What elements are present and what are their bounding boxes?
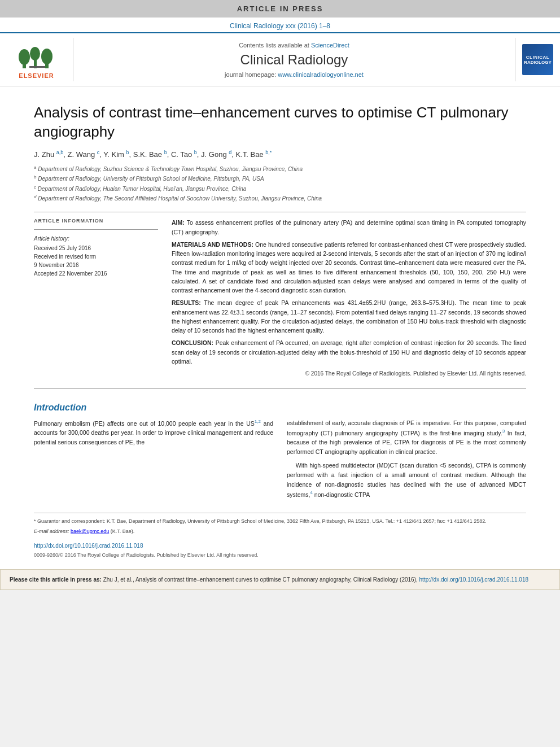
article-info-col: ARTICLE INFORMATION Article history: Rec… (34, 218, 158, 378)
article-title: Analysis of contrast time–enhancement cu… (34, 103, 526, 142)
doi-area: http://dx.doi.org/10.1016/j.crad.2016.11… (34, 540, 526, 550)
contents-line: Contents lists available at ScienceDirec… (239, 42, 349, 49)
journal-homepage-line: journal homepage: www.clinicalradiologyo… (225, 71, 364, 78)
affiliation-b: b Department of Radiology, University of… (34, 174, 526, 183)
intro-text-left: Pulmonary embolism (PE) affects one out … (34, 418, 273, 447)
elsevier-text: ELSEVIER (19, 72, 54, 79)
introduction-body: Pulmonary embolism (PE) affects one out … (34, 418, 526, 504)
intro-para-2: establishment of early, accurate diagnos… (287, 418, 526, 457)
banner-text: ARTICLE IN PRESS (237, 5, 323, 13)
homepage-link[interactable]: www.clinicalradiologyonline.net (278, 71, 364, 78)
abstract-mm: MATERIALS AND METHODS: One hundred conse… (172, 240, 526, 295)
cite-doi-link[interactable]: http://dx.doi.org/10.1016/j.crad.2016.11… (419, 576, 528, 583)
history-revised-label: Received in revised form (34, 252, 158, 261)
journal-header: ELSEVIER Contents lists available at Sci… (0, 32, 560, 86)
cite-banner: Please cite this article in press as: Zh… (0, 569, 560, 590)
footnote-area: * Guarantor and correspondent: K.T. Bae,… (34, 513, 526, 535)
abstract-section: ARTICLE INFORMATION Article history: Rec… (34, 218, 526, 378)
elsevier-tree-icon (17, 40, 56, 71)
history-accepted: Accepted 22 November 2016 (34, 269, 158, 278)
journal-citation: Clinical Radiology xxx (2016) 1–8 (0, 18, 560, 32)
affiliations: a Department of Radiology, Suzhou Scienc… (34, 164, 526, 203)
intro-para-3: With high-speed multidetector (MD)CT (sc… (287, 461, 526, 499)
article-info-title: ARTICLE INFORMATION (34, 218, 158, 224)
article-content: Analysis of contrast time–enhancement cu… (0, 86, 560, 569)
article-history-title: Article history: (34, 235, 158, 242)
affiliation-d: d Department of Radiology, The Second Af… (34, 194, 526, 203)
abstract-col: AIM: To assess enhancement profiles of t… (172, 218, 526, 378)
doi-link[interactable]: http://dx.doi.org/10.1016/j.crad.2016.11… (34, 543, 143, 549)
badge-text2: RADIOLOGY (524, 60, 551, 65)
cite-banner-text: Please cite this article in press as: Zh… (10, 575, 550, 584)
sciencedirect-link[interactable]: ScienceDirect (311, 42, 349, 49)
abstract-results: RESULTS: The mean degree of peak PA enha… (172, 298, 526, 335)
affiliation-a: a Department of Radiology, Suzhou Scienc… (34, 164, 526, 173)
divider-1 (34, 212, 526, 212)
authors-text: J. Zhu a,b, Z. Wang c, Y. Kim b, S.K. Ba… (34, 150, 272, 159)
history-received: Received 25 July 2016 (34, 244, 158, 252)
authors-line: J. Zhu a,b, Z. Wang c, Y. Kim b, S.K. Ba… (34, 150, 526, 159)
elsevier-logo: ELSEVIER (17, 40, 56, 79)
history-revised-date: 9 November 2016 (34, 261, 158, 269)
journal-title-heading: Clinical Radiology (240, 52, 348, 68)
copyright-line: © 2016 The Royal College of Radiologists… (172, 369, 526, 378)
badge-text: CLINICAL (526, 55, 549, 60)
email-note: E-mail address: baek@upmc.edu (K.T. Bae)… (34, 528, 526, 536)
citation-text: Clinical Radiology xxx (2016) 1–8 (230, 22, 330, 30)
radiology-badge: CLINICAL RADIOLOGY (522, 44, 553, 75)
intro-text-right: establishment of early, accurate diagnos… (287, 418, 526, 499)
affiliation-c: c Department of Radiology, Huaian Tumor … (34, 184, 526, 193)
elsevier-logo-area: ELSEVIER (0, 38, 73, 81)
guarantor-note: * Guarantor and correspondent: K.T. Bae,… (34, 518, 526, 526)
journal-header-center: Contents lists available at ScienceDirec… (73, 38, 515, 81)
homepage-label: journal homepage: (225, 71, 276, 78)
divider-3 (34, 388, 526, 389)
abstract-text: AIM: To assess enhancement profiles of t… (172, 218, 526, 378)
journal-header-right: CLINICAL RADIOLOGY (515, 38, 560, 81)
abstract-aim: AIM: To assess enhancement profiles of t… (172, 218, 526, 237)
svg-point-6 (41, 49, 53, 64)
svg-rect-7 (29, 66, 45, 68)
divider-2 (34, 229, 158, 230)
page: ARTICLE IN PRESS Clinical Radiology xxx … (0, 0, 560, 590)
svg-point-4 (30, 47, 40, 60)
svg-point-2 (19, 49, 30, 65)
introduction-section: Introduction Pulmonary embolism (PE) aff… (34, 403, 526, 504)
introduction-title: Introduction (34, 403, 526, 413)
intro-para-1: Pulmonary embolism (PE) affects one out … (34, 418, 273, 447)
issn-line: 0009-9260/© 2016 The Royal College of Ra… (34, 552, 526, 558)
email-link[interactable]: baek@upmc.edu (71, 528, 109, 534)
contents-label: Contents lists available at (239, 42, 309, 49)
article-in-press-banner: ARTICLE IN PRESS (0, 0, 560, 18)
abstract-conclusion: CONCLUSION: Peak enhancement of PA occur… (172, 338, 526, 366)
intro-col-left: Pulmonary embolism (PE) affects one out … (34, 418, 273, 504)
intro-col-right: establishment of early, accurate diagnos… (287, 418, 526, 504)
